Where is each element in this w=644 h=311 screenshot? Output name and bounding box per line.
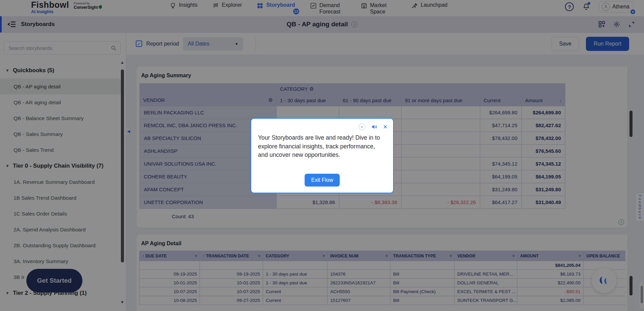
modal-message: Your Storyboards are live and ready! Div…	[258, 134, 384, 160]
app-window: Fishbowl AI Insights Powered by ConverSi…	[0, 0, 644, 311]
exit-flow-button[interactable]: Exit Flow	[305, 174, 340, 187]
close-icon[interactable]: ✕	[383, 124, 388, 130]
play-icon[interactable]: ▶	[359, 123, 365, 130]
speaker-icon[interactable]	[371, 123, 378, 130]
onboarding-modal: ▶ ✕ Your Storyboards are live and ready!…	[251, 118, 394, 193]
